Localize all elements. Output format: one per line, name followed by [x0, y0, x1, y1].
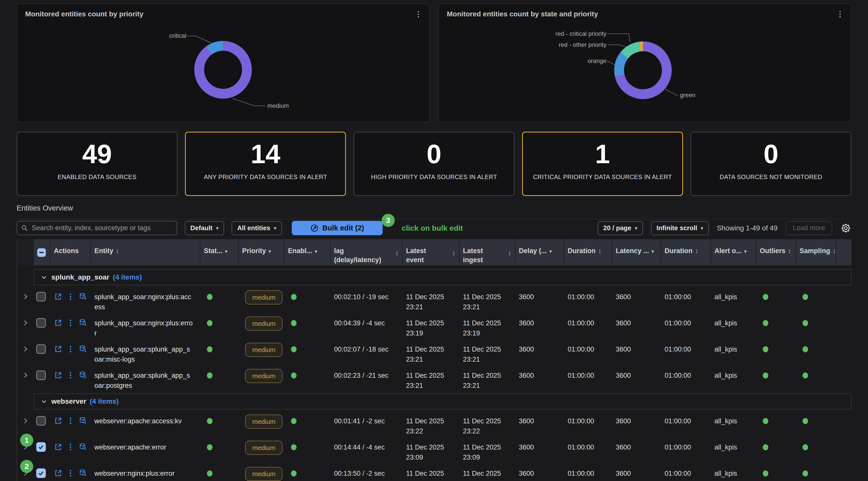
row-checkbox[interactable] [36, 344, 46, 354]
kpi-value: 0 [764, 140, 778, 168]
entity-name[interactable]: webserver:nginx:plus:error [91, 462, 200, 481]
column-header-sampling-14[interactable]: Sampling↕ [796, 239, 836, 265]
filter-caret-icon[interactable]: ▾ [225, 248, 227, 254]
row-expander-icon[interactable] [22, 345, 29, 353]
select-all-checkbox[interactable] [37, 248, 46, 257]
column-header-enabl-4[interactable]: Enabl...▾ [284, 239, 331, 265]
column-header-actions-0[interactable]: Actions [50, 239, 91, 265]
entity-name[interactable]: splunk_app_soar:splunk_app_soar:misc-log… [91, 338, 200, 364]
column-header-priority-3[interactable]: Priority▾ [239, 239, 284, 265]
kpi-label: DATA SOURCES NOT MONITORED [720, 174, 822, 181]
row-checkbox[interactable] [36, 416, 46, 426]
scroll-mode-dropdown[interactable]: Infinite scroll ▾ [651, 221, 709, 235]
row-menu-icon[interactable] [66, 417, 75, 425]
row-checkbox[interactable] [36, 370, 46, 380]
expander-cell [17, 311, 34, 338]
sort-icon[interactable]: ↕ [788, 247, 791, 254]
bulk-edit-button[interactable]: Bulk edit (2) [292, 221, 383, 235]
row-menu-icon[interactable] [66, 345, 75, 353]
open-entity-icon[interactable] [54, 319, 62, 327]
search-input[interactable] [17, 221, 177, 235]
sort-icon[interactable]: ↕ [833, 247, 836, 254]
saved-view-dropdown[interactable]: Default ▾ [185, 221, 224, 235]
sort-icon[interactable]: ↕ [598, 247, 601, 254]
entity-name[interactable]: webserver:apache:access:kv [91, 410, 200, 436]
row-expander-icon[interactable] [22, 417, 29, 425]
gear-icon[interactable] [840, 222, 851, 234]
column-header-latest-ingest-7[interactable]: Latest ingest↕ [459, 239, 515, 265]
entity-name[interactable]: splunk_app_soar:nginx:plus:error [91, 311, 200, 338]
filter-caret-icon[interactable]: ▾ [315, 248, 317, 254]
search-events-icon[interactable] [79, 371, 87, 380]
row-menu-icon[interactable] [66, 371, 75, 380]
search-events-icon[interactable] [79, 292, 87, 301]
column-header-alert-o-12[interactable]: Alert o...▾ [711, 239, 756, 265]
search-events-icon[interactable] [79, 469, 87, 478]
row-expander-icon[interactable] [22, 319, 29, 327]
column-header-latency-10[interactable]: Latency ...▾ [612, 239, 661, 265]
column-header-delay-8[interactable]: Delay (...▾ [515, 239, 564, 265]
entity-name[interactable]: splunk_app_soar:nginx:plus:access [91, 285, 200, 312]
sort-icon[interactable]: ↕ [508, 248, 511, 258]
sort-icon[interactable]: ↕ [695, 247, 698, 254]
row-checkbox[interactable] [36, 318, 46, 328]
row-expander-icon[interactable] [22, 293, 29, 300]
kpi-high-priority-in-alert[interactable]: 0 HIGH PRIORITY DATA SOURCES IN ALERT [353, 132, 514, 196]
sort-icon[interactable]: ↕ [395, 248, 399, 258]
kpi-not-monitored[interactable]: 0 DATA SOURCES NOT MONITORED [690, 132, 851, 196]
panel-menu-icon[interactable] [414, 10, 423, 19]
search-events-icon[interactable] [79, 319, 87, 327]
row-menu-icon[interactable] [66, 469, 75, 478]
row-expander-icon[interactable] [22, 371, 29, 379]
sort-icon[interactable]: ↕ [116, 247, 119, 254]
enabled-dot [291, 294, 297, 300]
row-checkbox[interactable] [36, 292, 46, 301]
search-events-icon[interactable] [79, 443, 87, 451]
column-header-outliers-13[interactable]: Outliers↕ [756, 239, 796, 265]
kpi-critical-priority-in-alert[interactable]: 1 CRITICAL PRIORITY DATA SOURCES IN ALER… [522, 132, 683, 196]
search-events-icon[interactable] [79, 417, 87, 425]
row-menu-icon[interactable] [66, 443, 75, 451]
donut-segment-red-other-priority [624, 47, 640, 55]
kpi-any-priority-in-alert[interactable]: 14 ANY PRIORITY DATA SOURCES IN ALERT [185, 132, 346, 196]
row-checkbox[interactable] [36, 469, 46, 478]
group-header-splunk-app-soar[interactable]: splunk_app_soar(4 items) [34, 269, 851, 285]
column-header-duration-9[interactable]: Duration↕ [564, 239, 612, 265]
duration-2-value: 01:00:00 [661, 410, 711, 436]
latest-ingest-value: 11 Dec 2025 23:21 [459, 338, 515, 364]
row-menu-icon[interactable] [66, 319, 75, 327]
row-checkbox[interactable] [36, 442, 46, 452]
panel-count-by-priority: Monitored entities count by priority cri… [17, 3, 430, 122]
search-events-icon[interactable] [79, 345, 87, 353]
column-header-entity-1[interactable]: Entity↕ [91, 239, 200, 265]
priority-cell: medium [239, 285, 284, 312]
select-all-checkbox-cell [34, 239, 50, 265]
per-page-dropdown[interactable]: 20 / page ▾ [598, 221, 643, 235]
column-header-latest-event-6[interactable]: Latest event↕ [403, 239, 459, 265]
group-item-count: (4 items) [113, 273, 142, 281]
open-entity-icon[interactable] [54, 443, 62, 451]
kpi-enabled-data-sources[interactable]: 49 ENABLED DATA SOURCES [17, 132, 178, 196]
chevron-down-icon[interactable] [40, 273, 48, 281]
entity-name[interactable]: webserver:apache:error [91, 436, 200, 462]
filter-caret-icon[interactable]: ▾ [744, 248, 747, 254]
column-header-lag-delay-latency-5[interactable]: lag (delay/latency)↕ [331, 239, 403, 265]
row-menu-icon[interactable] [66, 292, 75, 301]
column-header-duration-11[interactable]: Duration↕ [661, 239, 711, 265]
sort-icon[interactable]: ↕ [452, 248, 456, 258]
filter-caret-icon[interactable]: ▾ [269, 248, 271, 254]
load-more-button[interactable]: Load more [786, 221, 832, 235]
panel-menu-icon[interactable] [836, 10, 844, 19]
filter-caret-icon[interactable]: ▾ [651, 248, 654, 254]
open-entity-icon[interactable] [54, 371, 62, 380]
chevron-down-icon[interactable] [40, 398, 48, 405]
open-entity-icon[interactable] [54, 469, 62, 478]
open-entity-icon[interactable] [54, 292, 62, 301]
open-entity-icon[interactable] [54, 417, 62, 425]
entity-filter-dropdown[interactable]: All entities ▾ [231, 221, 282, 235]
group-header-webserver[interactable]: webserver(4 items) [34, 393, 851, 410]
entity-name[interactable]: splunk_app_soar:splunk_app_soar:postgres [91, 364, 200, 391]
open-entity-icon[interactable] [54, 345, 62, 353]
filter-caret-icon[interactable]: ▾ [549, 248, 552, 254]
column-header-stat-2[interactable]: Stat...▾ [200, 239, 239, 265]
